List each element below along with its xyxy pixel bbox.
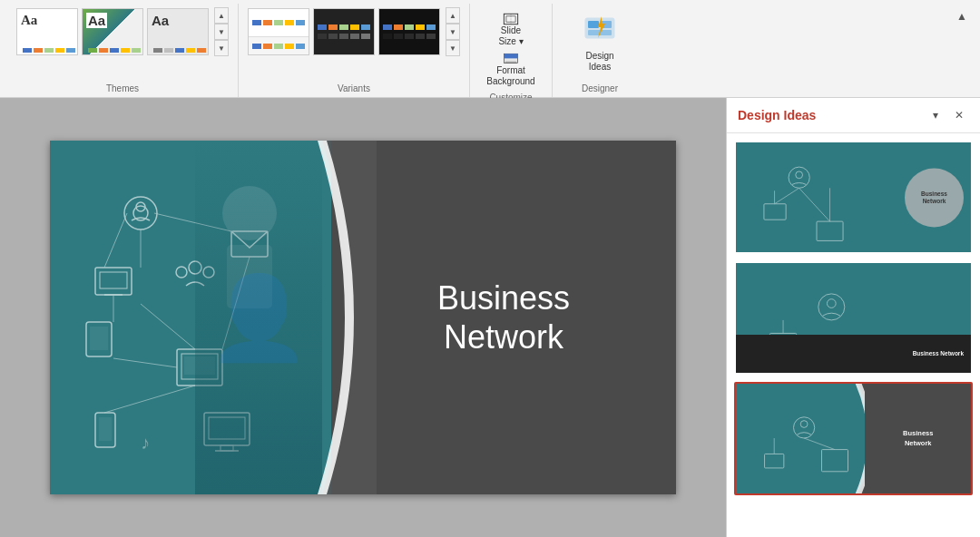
svg-line-28 [104,213,127,268]
svg-point-52 [827,299,836,308]
variant-scroll-up[interactable]: ▲ [446,7,460,24]
ribbon: Aa Aa [0,0,980,98]
design-idea-1[interactable]: BusinessNetwork [734,141,973,254]
svg-point-43 [789,167,809,188]
panel-close-button[interactable]: ✕ [949,105,969,125]
svg-line-33 [113,358,177,367]
theme-scroll-down[interactable]: ▼ [214,24,229,40]
collapse-ribbon-button[interactable]: ▲ [953,7,971,25]
theme-gray[interactable]: Aa [147,8,209,55]
svg-line-32 [104,386,195,413]
panel-controls: ▾ ✕ [926,105,969,125]
svg-text:♪: ♪ [141,433,150,453]
svg-point-51 [818,294,845,320]
slide-canvas[interactable]: ♪ 👤 Business [50,141,676,494]
design-ideas-icon [582,15,618,51]
customize-buttons: Slide Size ▾ Format Background [479,7,543,93]
theme-scroll-up[interactable]: ▲ [214,7,229,24]
svg-line-31 [141,304,195,349]
design-panel-title: Design Ideas [738,108,926,122]
slide-size-button[interactable]: Slide Size ▾ [479,11,543,49]
design-panel-header: Design Ideas ▾ ✕ [727,98,980,133]
variant-1[interactable] [248,8,309,55]
svg-line-50 [799,188,830,221]
svg-rect-48 [817,221,843,240]
svg-rect-26 [99,417,112,441]
themes-label: Themes [106,83,139,95]
svg-line-60 [804,438,835,450]
ribbon-collapse-area: ▲ [953,4,973,97]
slide-title: Business Network [437,278,570,356]
design-idea-3[interactable]: BusinessNetwork [734,382,973,495]
panel-minimize-button[interactable]: ▾ [926,105,946,125]
slide-divider [268,141,377,494]
themes-section: Aa Aa [7,4,239,97]
variant-scroll-more[interactable]: ▼ [446,40,460,56]
themes-row: Aa Aa [16,7,229,56]
svg-rect-5 [505,62,517,63]
format-background-button[interactable]: Format Background [479,51,543,89]
svg-rect-4 [504,54,517,58]
designer-section: DesignIdeas Designer [553,4,647,97]
design-idea-2[interactable]: Business Network [734,261,973,375]
svg-rect-57 [765,454,784,467]
slide-size-icon [498,13,524,25]
designer-buttons: DesignIdeas [562,7,638,80]
variants-label: Variants [338,83,370,95]
theme-green[interactable]: Aa [82,8,143,55]
svg-point-44 [796,171,803,179]
svg-line-47 [775,188,799,203]
variant-3[interactable] [378,8,440,55]
designer-label: Designer [582,83,618,95]
svg-rect-24 [90,327,108,350]
slide-area: ♪ 👤 Business [0,98,726,537]
variants-section: ▲ ▼ ▼ Variants [239,4,470,97]
format-bg-icon [498,53,524,65]
customize-section: Slide Size ▾ Format Background Customize [470,4,553,97]
theme-scroll-more[interactable]: ▼ [214,40,229,56]
theme-scroll: ▲ ▼ ▼ [214,7,229,56]
variants-row: ▲ ▼ ▼ [248,7,460,56]
design-panel: Design Ideas ▾ ✕ [726,98,980,537]
svg-rect-17 [100,272,127,288]
main-area: ♪ 👤 Business [0,98,980,537]
variant-scroll-down[interactable]: ▼ [446,24,460,40]
svg-rect-7 [588,21,599,28]
slide-right: Business Network [331,141,676,494]
theme-default[interactable]: Aa [16,8,78,55]
svg-rect-45 [764,204,786,220]
design-ideas-list[interactable]: BusinessNetwork [727,133,980,537]
variant-2[interactable] [313,8,375,55]
variants-scroll: ▲ ▼ ▼ [446,7,460,56]
design-ideas-button[interactable]: DesignIdeas [569,11,631,76]
svg-point-56 [800,421,808,428]
svg-point-36 [176,267,187,278]
